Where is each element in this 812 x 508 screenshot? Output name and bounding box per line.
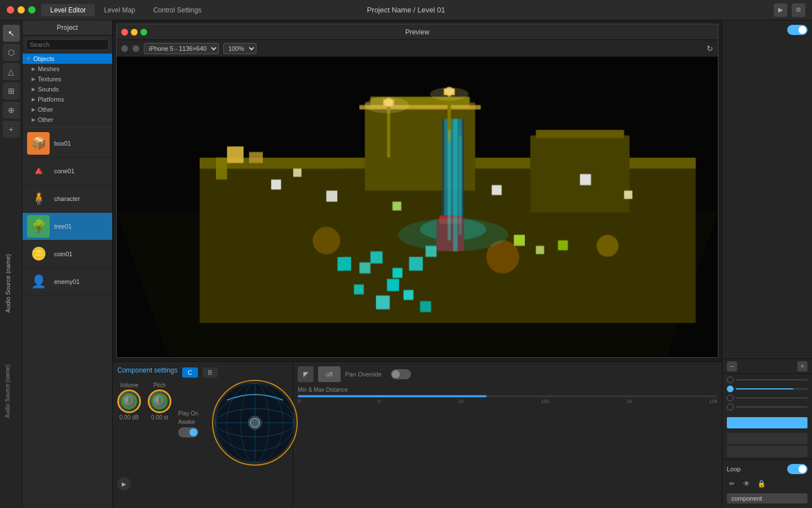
rp-cyan-bar [727,417,807,428]
rp-slider-row-3 [727,395,807,401]
shape-tool[interactable]: ⬡ [3,44,20,61]
svg-rect-35 [558,240,568,251]
right-panel-toggle [787,25,807,35]
tree-item-other-1[interactable]: ▶ Other [23,104,112,115]
preview-minimize[interactable] [131,29,138,36]
tree-item-platforms[interactable]: ▶ Platforms [23,94,112,104]
volume-value: 0.00 dB [120,414,139,421]
minimize-button[interactable] [17,6,25,14]
grid-tool[interactable]: ⊞ [3,82,20,99]
object-icon-coin01: 🪙 [27,243,50,265]
pitch-label: Pitch [153,382,166,388]
expand-arrow: ▶ [32,97,36,102]
expand-arrow: ▶ [32,76,36,82]
expand-arrow: ▶ [32,107,36,112]
object-item-enemy01[interactable]: 👤 enemy01 [23,268,112,296]
object-item-cone01[interactable]: 🔺 cone01 [23,157,112,185]
svg-rect-22 [337,257,351,270]
volume-knob[interactable] [117,389,141,413]
component-button[interactable]: component [727,493,807,503]
rp-minus-button[interactable]: − [727,361,737,371]
min-max-distance-row: Min & Max Distance 0 5 10 100 1k 10k [298,387,717,404]
cs-tab-b[interactable]: B [202,367,218,378]
min-max-slider[interactable] [298,395,717,397]
rp-slider-dot-3[interactable] [727,395,734,401]
rp-input-2 [727,446,807,457]
rp-plus-button[interactable]: + [797,361,807,371]
preview-window: Preview iPhone 5 - 1136×640 100% ↻ [116,24,718,358]
svg-rect-26 [409,257,422,270]
object-name-character: character [54,195,80,202]
traffic-lights [0,6,36,14]
cursor-tool[interactable]: ↖ [3,25,20,42]
eye-icon[interactable]: 👁 [742,479,752,489]
rp-slider-track-4[interactable] [736,406,807,408]
rp-input-1 [727,433,807,444]
svg-rect-28 [387,279,399,291]
object-item-box01[interactable]: 📦 box01 [23,130,112,157]
search-input[interactable] [26,39,109,50]
cs-tab-c[interactable]: C [182,367,198,378]
object-item-coin01[interactable]: 🪙 coin01 [23,240,112,268]
rp-main-toggle[interactable] [787,25,807,35]
tab-control-settings[interactable]: Control Settings [144,4,210,16]
rp-slider-dot-2[interactable] [727,386,734,392]
device-selector[interactable]: iPhone 5 - 1136×640 [144,43,219,54]
tab-level-map[interactable]: Level Map [95,4,144,16]
triangle-tool[interactable]: △ [3,63,20,80]
play-button[interactable]: ▶ [774,3,787,17]
edit-icon[interactable]: ✏ [727,479,737,489]
add-tool[interactable]: + [3,121,20,138]
lock-icon[interactable]: 🔒 [756,479,766,489]
svg-point-52 [365,97,409,113]
preview-close[interactable] [121,29,128,36]
rp-slider-track-3[interactable] [736,397,807,398]
tab-level-editor[interactable]: Level Editor [41,4,95,16]
audio-sphere [210,378,300,468]
loop-toggle[interactable] [787,464,807,474]
tree-item-meshes[interactable]: ▶ Meshes [23,64,112,74]
rp-slider-dot-1[interactable] [727,376,734,383]
tree-item-other-2[interactable]: ▶ Other [23,115,112,125]
pitch-knob[interactable] [148,389,171,413]
svg-rect-33 [514,235,525,246]
rp-slider-track-2[interactable] [736,388,807,389]
icon-bar: ↖ ⬡ △ ⊞ ⊕ + [0,20,23,508]
audio-play-button[interactable]: ▶ [117,477,131,491]
maximize-button[interactable] [28,6,36,14]
pan-directional-btn[interactable]: ◤ [298,366,314,382]
pan-override-toggle[interactable] [391,369,411,379]
svg-rect-17 [326,191,338,202]
svg-rect-21 [624,191,633,199]
svg-point-38 [597,235,619,257]
object-item-character[interactable]: 🧍 character [23,185,112,213]
expand-arrow: ▶ [32,66,36,72]
rp-icons-row: ✏ 👁 🔒 [727,479,807,489]
rp-slider-track-1[interactable] [736,379,807,380]
close-button[interactable] [7,6,14,14]
pan-override-label: Pan Override [345,371,382,378]
rp-loop-row: Loop [727,464,807,474]
svg-rect-6 [216,157,227,179]
awake-toggle[interactable] [178,427,198,437]
rp-sliders [722,374,812,415]
globe-tool[interactable]: ⊕ [3,102,20,119]
svg-rect-24 [370,251,383,264]
object-item-tree01[interactable]: 🌳 tree01 [23,213,112,240]
svg-rect-4 [227,146,244,163]
settings-button[interactable]: ⚙ [792,3,805,17]
tree-item-textures[interactable]: ▶ Textures [23,74,112,84]
play-on-label: Play On [178,410,198,417]
tree-item-sounds[interactable]: ▶ Sounds [23,84,112,94]
preview-maximize[interactable] [140,29,147,36]
tree-item-objects[interactable]: ▼ Objects [23,54,112,64]
playback-controls: ▶ [117,472,288,491]
svg-rect-20 [580,174,592,185]
bottom-panel: Component settings C B Volume 0.00 dB [113,361,722,508]
device-dot-1 [121,45,128,52]
zoom-selector[interactable]: 100% [223,43,257,54]
refresh-button[interactable]: ↻ [707,44,713,53]
pan-off-button[interactable]: off [318,366,341,382]
rp-slider-dot-4[interactable] [727,404,734,410]
volume-knob-group: Volume 0.00 dB [117,382,141,421]
